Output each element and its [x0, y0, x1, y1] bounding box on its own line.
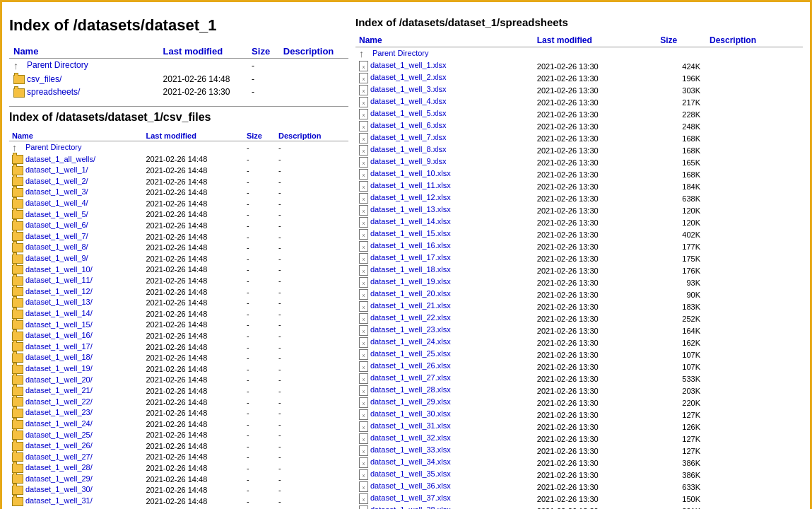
file-link-cell[interactable]: ↑Parent Directory [355, 47, 534, 61]
last-modified-cell: 2021-02-26 13:30 [534, 228, 657, 240]
file-link-cell[interactable]: dataset_1_well_10/ [9, 264, 143, 276]
file-link-cell[interactable]: dataset_1_well_22/ [9, 397, 143, 408]
file-link-cell[interactable]: dataset_1_well_26/ [9, 440, 143, 452]
file-link-cell[interactable]: dataset_1_well_31/ [9, 496, 143, 507]
file-link-cell[interactable]: xdataset_1_well_11.xlsx [355, 180, 534, 192]
file-link-cell[interactable]: csv_files/ [9, 73, 159, 86]
file-link-cell[interactable]: xdataset_1_well_18.xlsx [355, 264, 534, 276]
file-link-cell[interactable]: xdataset_1_well_9.xlsx [355, 156, 534, 168]
file-link-cell[interactable]: xdataset_1_well_12.xlsx [355, 192, 534, 204]
desc-cell [706, 505, 803, 509]
table-row: dataset_1_well_20/ 2021-02-26 14:48 - - [9, 375, 348, 386]
file-link-cell[interactable]: xdataset_1_well_1.xlsx [355, 60, 534, 72]
col-name-csv[interactable]: Name [9, 131, 143, 141]
file-link-cell[interactable]: xdataset_1_well_6.xlsx [355, 120, 534, 132]
file-link-cell[interactable]: dataset_1_well_27/ [9, 452, 143, 463]
desc-cell: - [276, 264, 348, 276]
file-link-cell[interactable]: dataset_1_well_21/ [9, 385, 143, 397]
col-desc-right[interactable]: Description [706, 34, 803, 47]
file-link-cell[interactable]: xdataset_1_well_34.xlsx [355, 457, 534, 469]
col-name-right[interactable]: Name [355, 34, 534, 47]
col-lastmod-csv[interactable]: Last modified [143, 131, 244, 141]
last-modified-cell: 2021-02-26 13:30 [534, 84, 657, 96]
size-cell: - [244, 209, 276, 221]
file-link-cell[interactable]: dataset_1_well_15/ [9, 320, 143, 331]
file-link-cell[interactable]: xdataset_1_well_10.xlsx [355, 168, 534, 180]
file-link-cell[interactable]: dataset_1_well_30/ [9, 484, 143, 496]
file-link-cell[interactable]: xdataset_1_well_31.xlsx [355, 421, 534, 433]
file-link-cell[interactable]: dataset_1_well_6/ [9, 220, 143, 231]
file-link-cell[interactable]: xdataset_1_well_32.xlsx [355, 433, 534, 445]
file-link-cell[interactable]: xdataset_1_well_17.xlsx [355, 252, 534, 264]
file-link-cell[interactable]: dataset_1_well_1/ [9, 165, 143, 176]
file-link-cell[interactable]: xdataset_1_well_7.xlsx [355, 132, 534, 144]
file-link-cell[interactable]: xdataset_1_well_20.xlsx [355, 288, 534, 300]
file-link-cell[interactable]: xdataset_1_well_15.xlsx [355, 228, 534, 240]
file-link-cell[interactable]: xdataset_1_well_8.xlsx [355, 144, 534, 156]
file-link-cell[interactable]: dataset_1_well_16/ [9, 330, 143, 341]
file-link-cell[interactable]: dataset_1_well_28/ [9, 462, 143, 474]
file-link-cell[interactable]: xdataset_1_well_33.xlsx [355, 445, 534, 457]
col-desc-main[interactable]: Description [279, 45, 348, 59]
file-link-cell[interactable]: dataset_1_all_wells/ [9, 154, 143, 165]
file-link-cell[interactable]: xdataset_1_well_23.xlsx [355, 324, 534, 337]
file-link-cell[interactable]: dataset_1_well_14/ [9, 308, 143, 320]
col-lastmod-main[interactable]: Last modified [159, 45, 248, 59]
file-link-cell[interactable]: xdataset_1_well_37.xlsx [355, 493, 534, 505]
col-name-main[interactable]: Name [9, 45, 159, 59]
file-link-cell[interactable]: spreadsheets/ [9, 86, 159, 98]
col-desc-csv[interactable]: Description [276, 131, 348, 141]
col-lastmod-right[interactable]: Last modified [534, 34, 657, 47]
file-link-cell[interactable]: dataset_1_well_3/ [9, 187, 143, 198]
file-link-cell[interactable]: xdataset_1_well_22.xlsx [355, 312, 534, 324]
file-link-cell[interactable]: xdataset_1_well_38.xlsx [355, 505, 534, 509]
col-size-right[interactable]: Size [657, 34, 706, 47]
file-link-cell[interactable]: dataset_1_well_2/ [9, 176, 143, 187]
file-link-cell[interactable]: xdataset_1_well_3.xlsx [355, 84, 534, 96]
desc-cell [706, 180, 803, 192]
file-link-cell[interactable]: dataset_1_well_4/ [9, 198, 143, 209]
file-link-cell[interactable]: dataset_1_well_17/ [9, 341, 143, 353]
file-link-cell[interactable]: dataset_1_well_7/ [9, 231, 143, 242]
file-link-cell[interactable]: xdataset_1_well_25.xlsx [355, 349, 534, 361]
file-link-cell[interactable]: dataset_1_well_24/ [9, 419, 143, 430]
file-link-cell[interactable]: xdataset_1_well_16.xlsx [355, 240, 534, 252]
file-link-cell[interactable]: dataset_1_well_12/ [9, 286, 143, 298]
file-link-cell[interactable]: xdataset_1_well_5.xlsx [355, 108, 534, 120]
last-modified-cell: 2021-02-26 14:48 [143, 419, 244, 430]
file-link-cell[interactable]: xdataset_1_well_27.xlsx [355, 373, 534, 385]
file-link-cell[interactable]: dataset_1_well_29/ [9, 474, 143, 485]
file-link-cell[interactable]: xdataset_1_well_21.xlsx [355, 300, 534, 312]
last-modified-cell: 2021-02-26 14:48 [143, 430, 244, 441]
file-link-cell[interactable]: dataset_1_well_8/ [9, 242, 143, 253]
file-link-cell[interactable]: dataset_1_well_20/ [9, 375, 143, 386]
file-link-cell[interactable]: dataset_1_well_11/ [9, 275, 143, 286]
file-link-cell[interactable]: dataset_1_well_5/ [9, 209, 143, 221]
file-link-cell[interactable]: dataset_1_well_18/ [9, 352, 143, 363]
file-link-cell[interactable]: dataset_1_well_25/ [9, 430, 143, 441]
file-link-cell[interactable]: xdataset_1_well_2.xlsx [355, 72, 534, 84]
size-cell: - [247, 59, 279, 74]
file-link-cell[interactable]: xdataset_1_well_35.xlsx [355, 469, 534, 481]
col-size-main[interactable]: Size [247, 45, 279, 59]
file-link-cell[interactable]: xdataset_1_well_4.xlsx [355, 96, 534, 108]
file-link-cell[interactable]: ↑Parent Directory [9, 141, 143, 154]
file-link-cell[interactable]: xdataset_1_well_19.xlsx [355, 276, 534, 288]
file-link-cell[interactable]: dataset_1_well_13/ [9, 297, 143, 308]
desc-cell: - [276, 297, 348, 308]
file-link-cell[interactable]: xdataset_1_well_14.xlsx [355, 216, 534, 228]
file-link-cell[interactable]: xdataset_1_well_13.xlsx [355, 204, 534, 216]
col-size-csv[interactable]: Size [244, 131, 276, 141]
file-link-cell[interactable]: xdataset_1_well_36.xlsx [355, 481, 534, 493]
file-link-cell[interactable]: dataset_1_well_23/ [9, 407, 143, 419]
file-link-cell[interactable]: ↑Parent Directory [9, 59, 159, 74]
file-link-cell[interactable]: xdataset_1_well_24.xlsx [355, 337, 534, 349]
file-link-cell[interactable]: xdataset_1_well_28.xlsx [355, 385, 534, 397]
file-link-cell[interactable]: xdataset_1_well_30.xlsx [355, 409, 534, 421]
desc-cell [706, 481, 803, 493]
file-link-cell[interactable]: xdataset_1_well_26.xlsx [355, 361, 534, 373]
file-link-cell[interactable]: dataset_1_well_9/ [9, 253, 143, 264]
file-link-cell[interactable]: dataset_1_well_19/ [9, 363, 143, 375]
csv-section-title: Index of /datasets/dataset_1/csv_files [9, 111, 348, 124]
file-link-cell[interactable]: xdataset_1_well_29.xlsx [355, 397, 534, 409]
